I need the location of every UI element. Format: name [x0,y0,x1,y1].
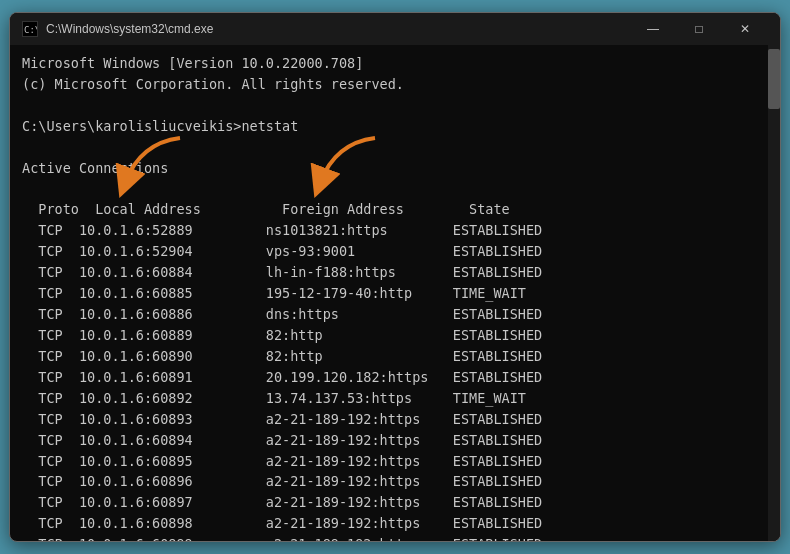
scrollbar-thumb[interactable] [768,49,780,109]
scrollbar[interactable] [768,45,780,541]
window-title: C:\Windows\system32\cmd.exe [46,22,213,36]
titlebar: C:\ C:\Windows\system32\cmd.exe — □ ✕ [10,13,780,45]
terminal-content: Microsoft Windows [Version 10.0.22000.70… [10,45,768,541]
cmd-icon: C:\ [22,21,38,37]
close-button[interactable]: ✕ [722,13,768,45]
terminal-text: Microsoft Windows [Version 10.0.22000.70… [22,53,756,541]
titlebar-left: C:\ C:\Windows\system32\cmd.exe [22,21,213,37]
maximize-button[interactable]: □ [676,13,722,45]
minimize-button[interactable]: — [630,13,676,45]
svg-text:C:\: C:\ [24,25,37,35]
cmd-window: C:\ C:\Windows\system32\cmd.exe — □ ✕ Mi… [9,12,781,542]
window-controls: — □ ✕ [630,13,768,45]
